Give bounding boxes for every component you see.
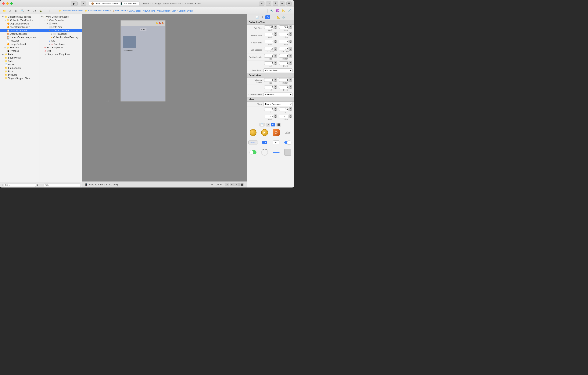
widget-item-slider[interactable] xyxy=(283,138,293,147)
footer-height-input[interactable] xyxy=(279,40,289,43)
collection-view[interactable]: Add UIImageView xyxy=(121,26,165,101)
cell-size-width-stepper[interactable]: ▲ ▼ xyxy=(274,25,277,29)
stepper-down[interactable]: ▼ xyxy=(274,116,277,118)
canvas-option-4[interactable]: ⬛ xyxy=(240,183,244,186)
h-stepper[interactable]: ▲ ▼ xyxy=(289,114,292,118)
view-height-input[interactable] xyxy=(279,115,289,118)
breadcrumb-item-4[interactable]: Main...(Base) xyxy=(129,10,141,12)
min-spacing-cells-input[interactable] xyxy=(264,47,274,50)
maximize-button[interactable] xyxy=(10,2,13,5)
tree-item-frameworks-1[interactable]: 📁 Frameworks xyxy=(0,56,40,60)
stepper-up[interactable]: ▲ xyxy=(274,114,277,116)
tab-quick-help[interactable]: ? xyxy=(260,15,265,19)
canvas-option-2[interactable]: ⊞ xyxy=(230,183,234,186)
breadcrumb-item-3[interactable]: 📋 Main...board xyxy=(112,10,126,12)
stepper-down[interactable]: ▼ xyxy=(289,49,292,51)
stepper-up[interactable]: ▲ xyxy=(289,85,292,87)
layout-btn-3[interactable]: ⬆ xyxy=(273,1,278,6)
scene-item-entrypoint[interactable]: → Storyboard Entry Point xyxy=(40,53,82,56)
stepper-down[interactable]: ▼ xyxy=(274,34,277,36)
scene-item-constraints[interactable]: ▶ ⧌ Constraints xyxy=(40,43,82,46)
stepper-up[interactable]: ▲ xyxy=(289,61,292,63)
widget-item-videoplayer[interactable]: ▶ xyxy=(259,128,270,137)
indicator-bottom-stepper[interactable]: ▲ ▼ xyxy=(289,78,292,82)
stepper-up[interactable]: ▲ xyxy=(289,114,292,116)
header-height-stepper[interactable]: ▲ ▼ xyxy=(289,33,292,36)
close-button[interactable] xyxy=(2,2,5,5)
indicator-right-stepper[interactable]: ▲ ▼ xyxy=(289,85,292,89)
stepper-down[interactable]: ▼ xyxy=(274,109,277,111)
breadcrumb-item-5[interactable]: View...Scene xyxy=(143,10,155,12)
indicator-top-stepper[interactable]: ▲ ▼ xyxy=(274,78,277,82)
indicator-left-stepper[interactable]: ▲ ▼ xyxy=(274,85,277,89)
tree-item-infoplist[interactable]: 📄 Info.plist xyxy=(0,39,40,43)
stepper-down[interactable]: ▼ xyxy=(289,27,292,29)
view-y-input[interactable] xyxy=(279,108,289,111)
tree-item-products-1[interactable]: ▶ 📁 Products xyxy=(0,46,40,49)
cell-size-height-stepper[interactable]: ▲ ▼ xyxy=(289,25,292,29)
tree-item-assets[interactable]: 🎨 Assets.xcassets xyxy=(0,32,40,36)
stepper-up[interactable]: ▲ xyxy=(274,47,277,49)
stepper-down[interactable]: ▼ xyxy=(289,80,292,82)
tree-item-viewcontroller[interactable]: 🔶 ViewController.swift xyxy=(0,25,40,29)
widget-item-view[interactable] xyxy=(283,148,293,157)
stepper-up[interactable]: ▲ xyxy=(274,107,277,109)
footer-height-stepper[interactable]: ▲ ▼ xyxy=(289,40,292,44)
min-spacing-lines-stepper[interactable]: ▲ ▼ xyxy=(289,47,292,51)
stepper-up[interactable]: ▲ xyxy=(289,78,292,80)
tab-identity[interactable]: ⊙ xyxy=(265,15,270,19)
widget-item-imageview[interactable] xyxy=(248,128,258,137)
tree-item-imagecell[interactable]: 🔶 ImageCell.swift xyxy=(0,43,40,46)
stepper-up[interactable]: ▲ xyxy=(274,78,277,80)
breadcrumb-item-2[interactable]: 📁 CollectionViewPractice xyxy=(85,10,109,12)
filter-btn[interactable]: ⊞ xyxy=(14,8,19,13)
file-navigator-btn[interactable]: 📁 xyxy=(1,8,7,13)
bookmark-btn[interactable]: ★ xyxy=(26,8,31,13)
inspector-btn[interactable]: ⚠ xyxy=(8,8,13,13)
widget-item-toggle[interactable] xyxy=(248,148,258,157)
widget-tab-media[interactable]: ⬡ xyxy=(266,123,270,126)
tree-item-group[interactable]: ▶ 📁 CollectionViewPractice xyxy=(0,19,40,22)
cell-size-width-input[interactable] xyxy=(264,25,274,29)
section-insets-left-stepper[interactable]: ▲ ▼ xyxy=(274,61,277,65)
section-insets-top-input[interactable] xyxy=(264,54,274,58)
widget-item-3d[interactable]: ⬡ xyxy=(271,128,282,137)
stepper-up[interactable]: ▲ xyxy=(274,54,277,56)
scene-item-controller[interactable]: ▶ ⊡ View Controller xyxy=(40,19,82,22)
scene-item-collectionview[interactable]: ▶ ⊞ Collection View xyxy=(40,29,82,32)
inset-from-select[interactable]: Content Inset xyxy=(263,68,293,72)
footer-width-stepper[interactable]: ▲ ▼ xyxy=(274,40,277,44)
y-stepper[interactable]: ▲ ▼ xyxy=(289,107,292,111)
breadcrumb-item-7[interactable]: View xyxy=(172,10,176,12)
stepper-up[interactable]: ▲ xyxy=(274,33,277,34)
header-width-stepper[interactable]: ▲ ▼ xyxy=(274,33,277,36)
tree-item-products-2[interactable]: 📁 Products xyxy=(0,73,40,77)
layout-btn-1[interactable]: ≡ xyxy=(259,1,264,6)
tree-item-root[interactable]: ▶ 📁 CollectionViewPractice xyxy=(0,15,40,19)
run-button[interactable]: ▶ xyxy=(71,1,78,6)
stepper-down[interactable]: ▼ xyxy=(289,109,292,111)
layout-btn-2[interactable]: ⟳ xyxy=(266,1,271,6)
canvas-option-1[interactable]: ⊡ xyxy=(225,183,229,186)
tree-item-appdelegate[interactable]: 🔶 AppDelegate.swift xyxy=(0,22,40,25)
layout-btn-4[interactable]: ⬅ xyxy=(280,1,285,6)
search-btn[interactable]: 🔍 xyxy=(20,8,25,13)
stepper-up[interactable]: ▲ xyxy=(274,40,277,42)
stop-button[interactable]: ■ xyxy=(81,1,86,6)
indicator-top-input[interactable] xyxy=(264,78,274,82)
stepper-up[interactable]: ▲ xyxy=(289,107,292,109)
tree-item-pods-2[interactable]: ▶ 📁 Pods xyxy=(0,60,40,63)
tab-connections[interactable]: 🔗 xyxy=(281,15,286,19)
widget-item-spinner[interactable] xyxy=(259,148,270,157)
stepper-up[interactable]: ▲ xyxy=(274,25,277,27)
stepper-up[interactable]: ▲ xyxy=(289,40,292,42)
filter-options-button[interactable]: ≡ xyxy=(37,184,38,187)
stepper-up[interactable]: ▲ xyxy=(289,25,292,27)
add-scene-button[interactable]: + xyxy=(41,184,43,187)
attributes-btn[interactable]: 🔧 xyxy=(269,8,274,13)
cell-size-height-input[interactable] xyxy=(279,25,289,29)
scene-item-scene[interactable]: ▶ ▢ View Controller Scene xyxy=(40,15,82,19)
scene-item-view[interactable]: ▶ ⬜ View xyxy=(40,22,82,25)
zoom-out-button[interactable]: − xyxy=(211,183,213,186)
scene-item-flowlayout[interactable]: ● Collection View Flow Lay... xyxy=(40,36,82,39)
